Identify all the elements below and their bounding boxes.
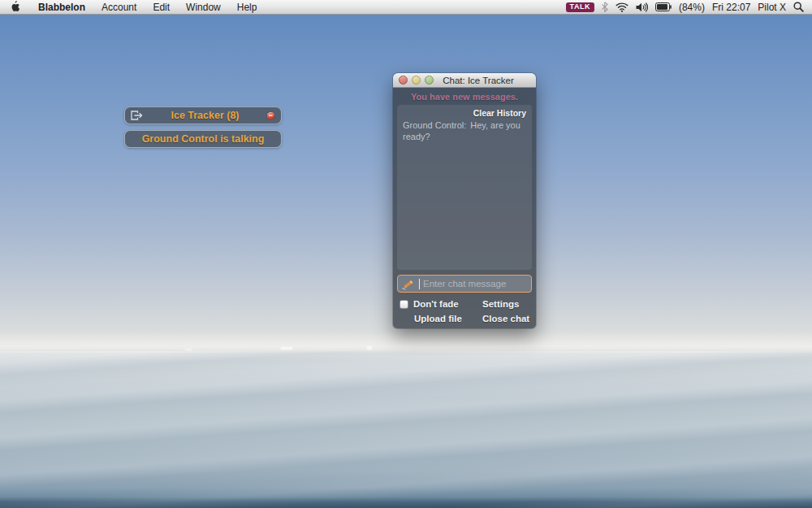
channel-pill[interactable]: Ice Tracker (8): [124, 106, 282, 124]
spotlight-icon[interactable]: [793, 2, 804, 12]
volume-icon[interactable]: [636, 2, 648, 12]
menu-edit[interactable]: Edit: [145, 0, 178, 14]
battery-percent: (84%): [679, 2, 705, 13]
talking-pill-label: Ground Control is talking: [125, 133, 281, 145]
menu-window-label: Window: [186, 2, 221, 13]
chat-input-row[interactable]: [397, 275, 532, 293]
talking-pill: Ground Control is talking: [124, 130, 282, 148]
upload-file-link[interactable]: Upload file: [414, 314, 462, 323]
menubar-menus: Blabbelon Account Edit Window Help: [6, 0, 265, 14]
chat-titlebar[interactable]: Chat: Ice Tracker: [393, 73, 536, 88]
distant-ship: [367, 346, 372, 350]
close-chat-link[interactable]: Close chat: [482, 314, 529, 323]
menu-app[interactable]: Blabbelon: [30, 0, 93, 14]
exit-channel-icon[interactable]: [131, 111, 143, 120]
clear-history-link[interactable]: Clear History: [473, 108, 526, 118]
channel-pill-label: Ice Tracker (8): [143, 110, 267, 121]
menu-account-label: Account: [102, 2, 136, 13]
chat-message: Ground Control:Hey, are you ready?: [403, 120, 526, 143]
chat-message-sender: Ground Control:: [403, 120, 466, 130]
menubar-user[interactable]: Pilot X: [758, 2, 786, 13]
chat-controls: Don't fade Upload file Settings Close ch…: [397, 299, 532, 323]
minimize-window-button[interactable]: [412, 76, 421, 85]
talk-status-badge[interactable]: TALK: [566, 2, 594, 12]
dont-fade-checkbox[interactable]: [400, 300, 408, 309]
wifi-icon[interactable]: [615, 2, 628, 12]
close-window-button[interactable]: [399, 76, 408, 85]
dont-fade-label: Don't fade: [413, 299, 459, 309]
zoom-window-button[interactable]: [425, 76, 434, 85]
menu-app-label: Blabbelon: [38, 2, 85, 13]
chat-body: You have new messages. Clear History Gro…: [393, 88, 536, 328]
record-indicator-icon: [267, 112, 274, 119]
menubar-clock[interactable]: Fri 22:07: [712, 2, 750, 13]
chat-message-input[interactable]: [423, 279, 527, 289]
dont-fade-toggle[interactable]: Don't fade: [400, 299, 459, 309]
text-caret: [419, 279, 420, 289]
window-title: Chat: Ice Tracker: [438, 76, 530, 85]
menu-help-label: Help: [237, 2, 257, 13]
chat-window: Chat: Ice Tracker You have new messages.…: [393, 73, 536, 328]
menu-help[interactable]: Help: [229, 0, 266, 14]
chat-history[interactable]: Clear History Ground Control:Hey, are yo…: [397, 105, 532, 270]
apple-logo-icon: [11, 1, 22, 13]
settings-link[interactable]: Settings: [482, 299, 519, 309]
battery-icon[interactable]: [655, 2, 672, 11]
new-messages-notice: You have new messages.: [397, 88, 532, 105]
bluetooth-icon[interactable]: [602, 2, 608, 12]
distant-ship: [185, 349, 192, 350]
menubar-status: TALK (84%) Fri 22:07 Pilot X: [566, 0, 806, 14]
menu-edit-label: Edit: [153, 2, 170, 13]
pencil-icon: [402, 278, 416, 290]
distant-ship: [281, 347, 292, 350]
menu-account[interactable]: Account: [93, 0, 145, 14]
apple-menu[interactable]: [6, 0, 30, 14]
menu-window[interactable]: Window: [178, 0, 229, 14]
menubar: Blabbelon Account Edit Window Help TALK …: [0, 0, 812, 15]
